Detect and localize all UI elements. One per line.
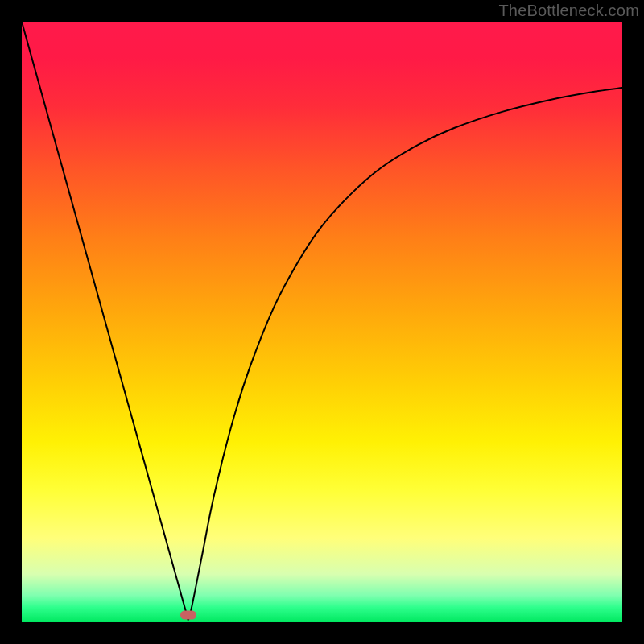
min-marker xyxy=(180,611,196,620)
chart-plot xyxy=(22,22,622,622)
chart-frame xyxy=(22,22,622,622)
chart-background xyxy=(22,22,622,622)
watermark-text: TheBottleneck.com xyxy=(498,2,639,20)
